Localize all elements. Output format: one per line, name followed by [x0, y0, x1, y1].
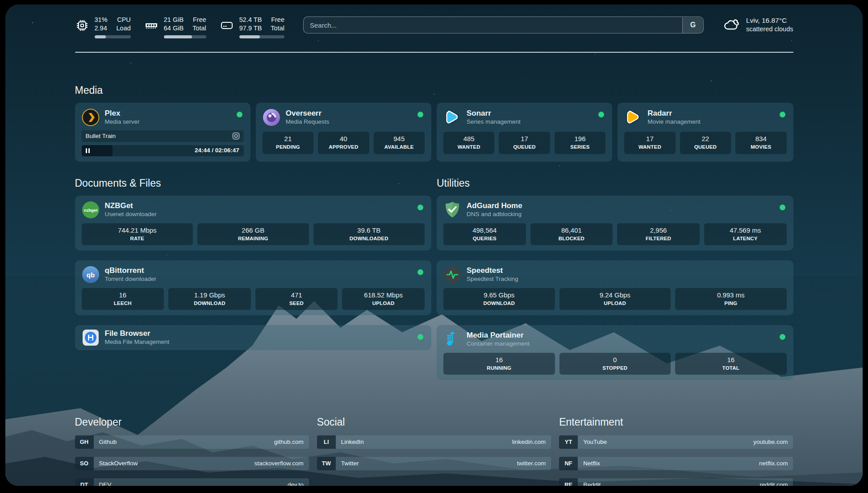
bookmark-reddit[interactable]: RE Reddit reddit.com: [559, 478, 793, 486]
service-card-adguard[interactable]: AdGuard Home DNS and adblocking 498,564Q…: [437, 196, 793, 251]
service-subtitle: Media Requests: [286, 118, 330, 125]
adguard-logo-icon: [443, 201, 461, 219]
bookmark-url: youtube.com: [753, 435, 793, 449]
memory-stat-widget: 21 GiB Free 64 GiB Total: [144, 16, 206, 38]
background-stars: [32, 22, 33, 23]
cpu-stat-widget: 31% CPU 2.94 Load: [75, 16, 131, 38]
stat-tile: 40APPROVED: [318, 132, 369, 154]
bookmark-abbr: GH: [75, 435, 94, 449]
bookmark-dev[interactable]: DT DEV dev.to: [75, 478, 309, 486]
service-card-portainer[interactable]: Media Portainer Container management 16R…: [437, 325, 793, 380]
search-input[interactable]: [303, 17, 704, 33]
stat-tile: 47.569 msLATENCY: [704, 223, 787, 245]
bookmark-group-entertainment: Entertainment YT YouTube youtube.com NF …: [559, 416, 793, 486]
cpu-load-value: 2.94: [95, 24, 108, 33]
service-subtitle: Media server: [105, 118, 140, 125]
section-title-developer: Developer: [75, 416, 309, 428]
bookmark-abbr: SO: [75, 457, 94, 470]
stat-tile: 485WANTED: [443, 132, 494, 154]
section-title-entertainment: Entertainment: [559, 416, 793, 428]
search-bar: G: [303, 17, 704, 33]
service-subtitle: DNS and adblocking: [467, 210, 522, 218]
filebrowser-logo-icon: [82, 329, 100, 347]
disk-free-label: Free: [271, 16, 284, 24]
disk-free-value: 52.4 TB: [239, 16, 262, 24]
bookmark-abbr: LI: [317, 435, 336, 449]
status-dot: [780, 112, 785, 117]
service-title: qBittorrent: [105, 266, 157, 275]
bookmark-url: netflix.com: [759, 457, 793, 470]
stat-tile: 196SERIES: [555, 132, 605, 154]
bookmark-name: Github: [94, 435, 117, 449]
bookmark-name: Twitter: [336, 457, 359, 470]
service-card-sonarr[interactable]: Sonarr Series management 485WANTED 17QUE…: [437, 103, 612, 162]
stat-tile: 471SEED: [255, 288, 338, 310]
service-card-speedtest[interactable]: Speedtest Speedtest Tracking 9.65 GbpsDO…: [437, 260, 793, 315]
pause-button[interactable]: [86, 148, 90, 153]
status-dot: [780, 205, 785, 210]
bookmark-linkedin[interactable]: LI LinkedIn linkedin.com: [317, 435, 551, 449]
stat-tile: 2,956FILTERED: [617, 223, 700, 245]
bookmark-group-developer: Developer GH Github github.com SO StackO…: [75, 416, 309, 486]
service-card-qbittorrent[interactable]: qb qBittorrent Torrent downloader 16LEEC…: [75, 260, 432, 315]
bookmark-youtube[interactable]: YT YouTube youtube.com: [559, 435, 793, 449]
service-card-radarr[interactable]: Radarr Movie management 17WANTED 22QUEUE…: [618, 103, 793, 162]
sonarr-logo-icon: [443, 109, 461, 126]
status-dot: [417, 205, 423, 210]
status-dot: [417, 334, 423, 340]
plex-logo-icon: [82, 109, 100, 126]
media-card-grid: Plex Media server Bullet Train 24:44 / 0…: [75, 103, 793, 162]
service-title: AdGuard Home: [467, 201, 522, 210]
bookmark-url: linkedin.com: [512, 435, 551, 449]
service-title: Speedtest: [467, 266, 518, 275]
search-engine-button[interactable]: G: [682, 17, 703, 33]
service-card-filebrowser[interactable]: File Browser Media File Management: [75, 325, 432, 350]
service-subtitle: Movie management: [647, 118, 701, 125]
speedtest-logo-icon: [443, 266, 461, 284]
bookmark-twitter[interactable]: TW Twitter twitter.com: [317, 457, 551, 470]
service-title: Media Portainer: [467, 331, 530, 340]
service-title: Plex: [105, 109, 140, 118]
stat-tile: 9.65 GbpsDOWNLOAD: [443, 288, 555, 310]
svg-text:qb: qb: [86, 271, 94, 279]
bookmark-abbr: YT: [559, 435, 578, 449]
bookmark-stackoverflow[interactable]: SO StackOverflow stackoverflow.com: [75, 457, 309, 470]
service-subtitle: Usenet downloader: [105, 210, 157, 218]
now-playing-icon[interactable]: [232, 132, 240, 140]
cpu-usage-value: 31%: [95, 16, 108, 24]
utilities-column: Utilities AdGuard Home DNS and: [437, 177, 793, 390]
memory-progress-bar: [164, 35, 206, 38]
playback-progress-bar: 24:44 / 02:06:47: [82, 145, 244, 156]
bookmark-netflix[interactable]: NF Netflix netflix.com: [559, 457, 793, 470]
service-card-overseerr[interactable]: Overseerr Media Requests 21PENDING 40APP…: [256, 103, 431, 162]
bookmark-github[interactable]: GH Github github.com: [75, 435, 309, 449]
bookmark-name: LinkedIn: [336, 435, 364, 449]
playback-time: 24:44 / 02:06:47: [195, 147, 239, 154]
status-dot: [417, 269, 423, 275]
bookmark-abbr: RE: [559, 478, 578, 486]
top-bar: 31% CPU 2.94 Load: [75, 16, 793, 38]
service-card-plex[interactable]: Plex Media server Bullet Train 24:44 / 0…: [75, 103, 250, 162]
bookmark-abbr: NF: [559, 457, 578, 470]
weather-widget: Lviv, 16.87°C scattered clouds: [723, 16, 793, 33]
dashboard-panel: 31% CPU 2.94 Load: [5, 4, 863, 486]
overseerr-logo-icon: [263, 109, 280, 126]
status-dot: [598, 112, 604, 117]
nzbget-logo-icon: nzbget: [82, 201, 100, 219]
bookmark-name: Reddit: [578, 478, 601, 486]
radarr-logo-icon: [624, 109, 642, 126]
service-subtitle: Torrent downloader: [105, 275, 157, 283]
memory-icon: [144, 18, 159, 33]
status-dot: [417, 112, 423, 117]
section-title-documents: Documents & Files: [75, 177, 432, 189]
stat-tile: 17QUEUED: [499, 132, 550, 154]
bookmark-name: YouTube: [578, 435, 607, 449]
section-title-media: Media: [75, 84, 793, 96]
memory-total-value: 64 GiB: [164, 24, 184, 33]
system-stats: 31% CPU 2.94 Load: [75, 16, 284, 38]
stat-tile: 9.24 GbpsUPLOAD: [559, 288, 671, 310]
service-card-nzbget[interactable]: nzbget NZBGet Usenet downloader 744.21 M…: [75, 196, 432, 251]
service-title: Radarr: [647, 109, 701, 118]
bookmark-name: StackOverflow: [94, 457, 138, 470]
cpu-label: CPU: [117, 16, 131, 24]
